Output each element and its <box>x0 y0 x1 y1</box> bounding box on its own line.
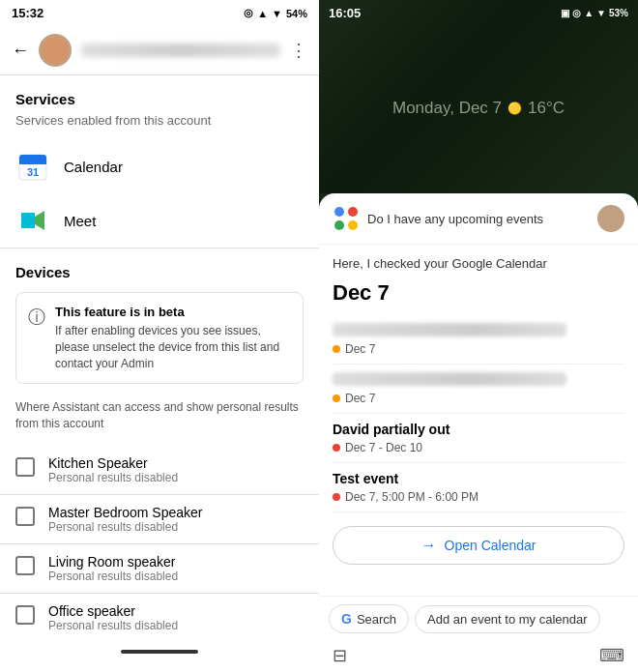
bedroom-text: Master Bedroom Speaker Personal results … <box>48 505 203 534</box>
event-blurred-title-2 <box>333 372 566 386</box>
google-g-icon: G <box>341 611 352 627</box>
right-time: 16:05 <box>329 6 361 20</box>
avatar <box>39 34 72 67</box>
event-blurred-title-1 <box>333 323 566 336</box>
event-title-4: Test event <box>333 471 624 486</box>
dot-red <box>348 207 358 217</box>
event-title-3: David partially out <box>333 422 624 437</box>
bedroom-speaker[interactable]: Master Bedroom Speaker Personal results … <box>0 495 319 543</box>
beta-notice: ⓘ This feature is in beta If after enabl… <box>15 292 304 384</box>
beta-text-block: This feature is in beta If after enablin… <box>55 305 291 371</box>
battery-icon: 54% <box>286 8 307 19</box>
meet-icon <box>15 203 50 238</box>
keyboard-icon[interactable]: ⌨ <box>599 645 624 666</box>
calendar-service-label: Calendar <box>64 159 123 175</box>
event-date-text-3: Dec 7 - Dec 10 <box>345 441 422 454</box>
bedroom-sub: Personal results disabled <box>48 520 203 534</box>
beta-description: If after enabling devices you see issues… <box>55 323 291 371</box>
left-panel: 15:32 ◎ ▲ ▼ 54% ← ⋮ Services Services en… <box>0 0 319 672</box>
event-row-3: David partially out Dec 7 - Dec 10 <box>333 414 624 463</box>
living-room-checkbox[interactable] <box>15 556 35 575</box>
calendar-note: Here, I checked your Google Calendar <box>333 256 624 271</box>
bedroom-name: Master Bedroom Speaker <box>48 505 203 520</box>
kitchen-text: Kitchen Speaker Personal results disable… <box>48 455 178 484</box>
living-room-text: Living Room speaker Personal results dis… <box>48 554 178 583</box>
open-calendar-button[interactable]: → Open Calendar <box>333 526 624 565</box>
kitchen-name: Kitchen Speaker <box>48 455 178 471</box>
wallpaper: Monday, Dec 7 🟡 16°C <box>319 0 638 193</box>
services-subtitle: Services enabled from this account <box>0 111 319 139</box>
battery-icon-r: 53% <box>609 8 628 18</box>
living-room-sub: Personal results disabled <box>48 570 178 583</box>
kitchen-speaker[interactable]: Kitchen Speaker Personal results disable… <box>0 446 319 494</box>
bars-icon-r: ▼ <box>596 8 606 18</box>
event-row-2: Dec 7 <box>333 365 624 414</box>
meet-service[interactable]: Meet <box>0 193 319 248</box>
kitchen-checkbox[interactable] <box>15 457 35 477</box>
scroll-indicator <box>121 650 198 654</box>
left-status-icons: ◎ ▲ ▼ 54% <box>244 7 307 19</box>
add-event-chip[interactable]: Add an event to my calendar <box>415 605 600 633</box>
event-date-2: Dec 7 <box>333 392 624 405</box>
weather-temp: 16°C <box>528 99 565 118</box>
office-checkbox[interactable] <box>15 605 35 625</box>
right-panel: 16:05 ▣ ◎ ▲ ▼ 53% Monday, Dec 7 🟡 16°C <box>319 0 638 672</box>
open-cal-arrow-icon: → <box>421 537 437 554</box>
dot-yellow <box>348 220 358 230</box>
account-title-blurred <box>81 44 280 57</box>
bottom-actions: G Search Add an event to my calendar <box>319 596 638 641</box>
add-event-label: Add an event to my calendar <box>427 612 588 627</box>
office-name: Office speaker <box>48 603 178 619</box>
google-assistant-icon <box>333 205 360 232</box>
beta-bold: This feature is in beta <box>55 305 291 319</box>
svg-text:31: 31 <box>27 166 39 178</box>
office-speaker[interactable]: Office speaker Personal results disabled <box>0 594 319 642</box>
event-row-1: Dec 7 <box>333 315 624 365</box>
left-time: 15:32 <box>12 6 44 20</box>
event-date-text-4: Dec 7, 5:00 PM - 6:00 PM <box>345 490 478 504</box>
bedroom-checkbox[interactable] <box>15 507 35 526</box>
living-room-speaker[interactable]: Living Room speaker Personal results dis… <box>0 544 319 593</box>
search-chip[interactable]: G Search <box>329 604 409 633</box>
dot-green <box>334 220 344 230</box>
search-chip-label: Search <box>357 612 396 627</box>
info-icon: ⓘ <box>28 306 45 329</box>
avatar-face <box>42 37 69 64</box>
status-bar-left: 15:32 ◎ ▲ ▼ 54% <box>0 0 319 26</box>
event-date-text-1: Dec 7 <box>345 342 375 356</box>
event-dot-2 <box>333 394 340 402</box>
status-bar-right: 16:05 ▣ ◎ ▲ ▼ 53% <box>319 0 638 26</box>
bottom-bar-right: ⊟ ⌨ <box>319 641 638 672</box>
svg-rect-2 <box>19 161 46 164</box>
assistant-header: Do I have any upcoming events <box>319 193 638 245</box>
event-dot-3 <box>333 444 340 452</box>
weather-icon: 🟡 <box>508 102 522 115</box>
event-row-4: Test event Dec 7, 5:00 PM - 6:00 PM <box>333 463 624 512</box>
event-date-text-2: Dec 7 <box>345 392 375 405</box>
card-body: Here, I checked your Google Calendar Dec… <box>319 245 638 596</box>
meet-service-label: Meet <box>64 213 96 229</box>
assistant-question: Do I have any upcoming events <box>367 212 590 226</box>
left-scroll: Services Services enabled from this acco… <box>0 75 319 672</box>
assistant-card: Do I have any upcoming events Here, I ch… <box>319 193 638 672</box>
where-assistant-text: Where Assistant can access and show pers… <box>0 395 319 446</box>
devices-title: Devices <box>0 248 319 284</box>
event-dot-1 <box>333 345 340 353</box>
event-date-1: Dec 7 <box>333 342 624 356</box>
event-dot-4 <box>333 493 340 501</box>
services-title: Services <box>0 75 319 111</box>
event-date-4: Dec 7, 5:00 PM - 6:00 PM <box>333 490 624 504</box>
signal-bars-icon: ▼ <box>272 8 282 19</box>
back-button[interactable]: ← <box>12 41 29 61</box>
signal-icon-r: ◎ <box>572 8 581 18</box>
open-calendar-label: Open Calendar <box>445 538 536 553</box>
calendar-service[interactable]: 31 Calendar <box>0 139 319 193</box>
living-room-name: Living Room speaker <box>48 554 178 570</box>
more-options-button[interactable]: ⋮ <box>290 40 307 61</box>
mic-icon[interactable]: ⊟ <box>333 645 347 666</box>
weather-date-text: Monday, Dec 7 <box>392 99 502 118</box>
dot-blue <box>334 207 344 217</box>
office-text: Office speaker Personal results disabled <box>48 603 178 632</box>
top-bar: ← ⋮ <box>0 26 319 74</box>
kitchen-sub: Personal results disabled <box>48 471 178 484</box>
